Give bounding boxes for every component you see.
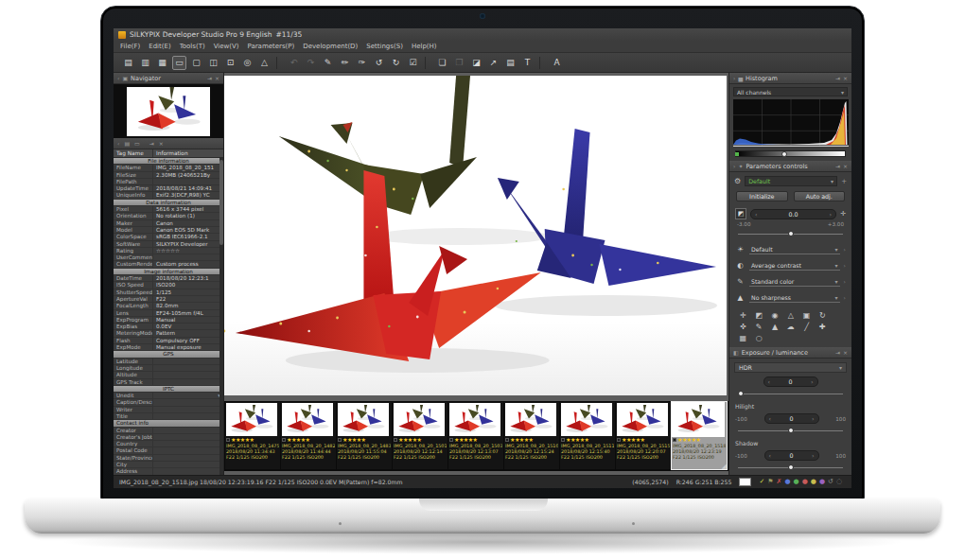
separator[interactable] [539,57,545,69]
vignette-tool-icon[interactable]: ○ [751,332,767,343]
IMG_2018_08_20_1510[interactable]: ★★★★★ IMG_2018_08_20_1510 2018/08/20 12:… [504,402,559,469]
hdr-select[interactable]: HDR ▾ [734,362,847,373]
loupe-button[interactable]: ◎ [240,56,254,70]
thumbnail-mode-button[interactable]: ▦ [155,56,169,70]
table-row[interactable]: SoftWare SILKYPIX Developer [114,241,223,248]
table-row[interactable]: MeteringMode Pattern [114,330,223,337]
slider-handle[interactable] [788,428,794,433]
redo-button[interactable]: ↷ [304,56,318,70]
table-row[interactable]: ISO Speed ISO200 [114,282,223,289]
folder-icon[interactable]: ▤ [124,140,130,147]
IMG_2018_08_20_1503[interactable]: ★★★★★ IMG_2018_08_20_1503 2018/08/20 12:… [448,402,503,469]
pin-icon[interactable]: ⇥ [207,75,212,81]
mark-flag-icon[interactable]: ⚑ [767,478,773,486]
star-rating[interactable]: ★★★★★ [622,436,644,444]
table-row[interactable]: Latitude [114,359,223,365]
select-checkbox[interactable] [338,438,342,442]
IMG_2018_08_20_1515[interactable]: ★★★★★ IMG_2018_08_20_1515 2018/08/20 12:… [616,402,671,469]
table-row[interactable]: Unedit ▾ [114,393,223,399]
table-row[interactable]: Image information [114,269,223,275]
slider-handle[interactable] [738,391,744,396]
shadow-slider[interactable] [738,464,843,472]
select-checkbox[interactable] [394,438,397,442]
rotate-left-button[interactable]: ↺ [372,56,386,70]
rating-row[interactable]: ★★★★★ [226,436,279,444]
table-row[interactable]: GPS Track [114,379,223,386]
rating-row[interactable]: ★★★★★ [617,436,670,444]
decrement-arrow[interactable]: ‹ [769,452,772,459]
hilight-slider[interactable] [738,428,843,435]
table-row[interactable]: Caption/Descri [114,399,223,406]
sharpness-select[interactable]: No sharpness ▾ [749,292,840,303]
expand-more-icon[interactable]: › [844,294,846,301]
browser-mode-button[interactable]: ▤ [121,56,135,70]
table-row[interactable]: FocalLength 82.0mm [114,303,223,309]
table-row[interactable]: Postal Code [114,447,223,454]
hdr-slider[interactable] [738,391,843,398]
pin-icon[interactable]: ⇥ [835,163,840,169]
color-select[interactable]: Standard color ▾ [749,276,840,287]
contrast-select[interactable]: Average contrast ▾ [749,260,840,271]
star-rating[interactable]: ★★★★★ [342,436,365,444]
pin-icon[interactable]: ⇥ [835,75,840,81]
properties-scrollbar[interactable] [219,158,223,475]
table-row[interactable]: CustomRender Custom process [114,261,223,268]
expand-more-icon[interactable]: › [844,262,846,269]
range-slider-handle[interactable] [781,151,787,157]
exposure-bias-icon[interactable]: ◩ [735,208,746,219]
select-checkbox[interactable] [561,438,565,442]
gear-icon[interactable]: ⚙ [734,177,741,185]
table-row[interactable]: Lens EF24-105mm f/4L [114,310,223,317]
shadow-spinner[interactable]: ‹ 0 › [764,450,819,461]
spotting-tool-icon[interactable]: ✚ [815,321,831,332]
expand-more-icon[interactable]: › [844,278,846,285]
mark-check-icon[interactable]: ✓ [759,478,764,486]
main-photo[interactable] [224,76,727,395]
mark-yellow-icon[interactable]: ● [811,478,816,486]
pin-icon[interactable]: ⇥ [149,140,154,147]
star-rating[interactable]: ★★★★★ [287,436,309,444]
select-checkbox[interactable] [617,438,621,442]
check-mark-button[interactable]: ☑ [406,56,420,70]
batch-development-button[interactable]: A [550,56,564,70]
star-rating[interactable]: ★★★★★ [398,436,421,444]
confirm-edit-button[interactable]: ✑ [355,56,369,70]
collapse-arrow-icon[interactable]: › [733,163,735,169]
mark-misc-icon[interactable]: ◌ [836,478,842,486]
star-rating[interactable]: ★★★★★ [454,436,477,444]
table-row[interactable]: Model Canon EOS 5D Mark [114,227,223,234]
increment-arrow[interactable]: › [812,415,815,422]
rotation-tool-icon[interactable]: ↻ [815,309,831,321]
navigator-thumbnail[interactable] [114,84,223,138]
table-row[interactable]: Title [114,413,223,420]
increment-arrow[interactable]: › [811,378,814,385]
mark-undo-icon[interactable]: ↺ [828,478,833,486]
table-row[interactable]: Orientation No rotation (1) [114,213,223,219]
rating-row[interactable]: ★★★★★ [561,436,614,444]
combination-mode-button[interactable]: ▥ [138,56,152,70]
menu-item[interactable]: View(V) [214,43,239,50]
table-row[interactable]: ExpBias 0.0EV [114,324,223,330]
mark-red-icon[interactable]: ● [802,478,808,486]
filmstrip-expand-icon[interactable]: ◢ [722,463,727,470]
table-row[interactable]: Creator [114,428,223,434]
table-row[interactable]: Contact info [114,420,223,427]
table-row[interactable]: Longitude [114,365,223,372]
exposure-bias-spinner[interactable]: ‹ 0.0 › [750,209,836,219]
hilight-spinner[interactable]: ‹ 0 › [764,413,819,424]
table-row[interactable]: Altitude [114,372,223,378]
increment-arrow[interactable]: › [830,211,833,218]
table-row[interactable]: UpdateTime 2018/08/21 14:09:41 [114,185,223,192]
text-tool-button[interactable]: T [520,56,535,70]
menu-item[interactable]: Edit(E) [149,43,170,50]
table-row[interactable]: FilePath [114,179,223,185]
preset-select[interactable]: Default ▾ [745,176,837,186]
noise-reduction-tool-icon[interactable]: ▣ [798,309,815,321]
white-balance-select[interactable]: Default ▾ [749,244,840,254]
close-icon[interactable]: × [843,163,848,169]
export-button[interactable]: ↗ [486,56,500,70]
table-row[interactable]: Writer [114,407,223,413]
fullscreen-button[interactable]: ⊡ [223,56,237,70]
star-rating[interactable]: ★★★★★ [231,436,254,444]
table-row[interactable]: Country [114,441,223,447]
